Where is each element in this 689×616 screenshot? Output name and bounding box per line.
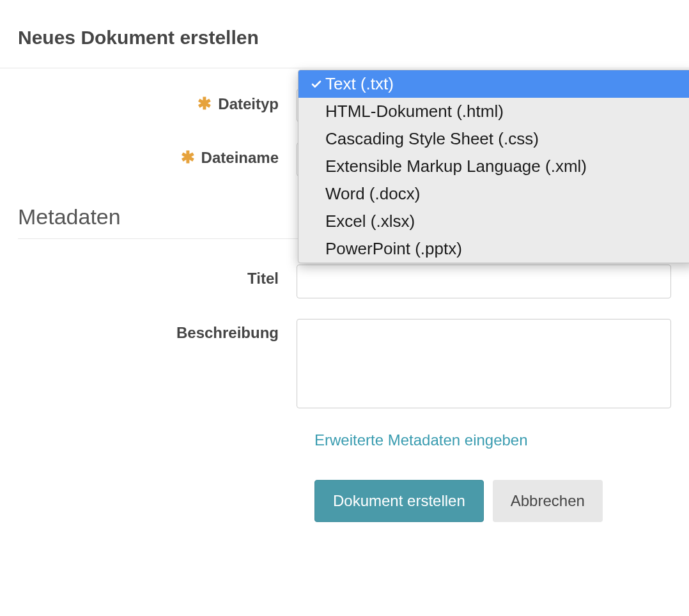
required-icon: ✱ [181, 148, 195, 167]
filetype-option-html[interactable]: HTML-Dokument (.html) [298, 98, 689, 125]
title-row: Titel [18, 265, 671, 298]
create-document-button[interactable]: Dokument erstellen [314, 480, 484, 522]
check-icon [307, 79, 325, 90]
description-label: Beschreibung [176, 324, 279, 342]
description-label-col: Beschreibung [18, 319, 297, 342]
required-icon: ✱ [197, 94, 212, 114]
filetype-label: Dateityp [218, 95, 279, 113]
title-control-col [297, 265, 671, 298]
button-row: Dokument erstellen Abbrechen [314, 480, 671, 522]
filetype-dropdown[interactable]: Text (.txt) HTML-Dokument (.html) Cascad… [298, 70, 689, 263]
title-input[interactable] [297, 265, 671, 298]
description-control-col [297, 319, 671, 411]
filetype-option-label: Excel (.xlsx) [325, 212, 415, 231]
filetype-option-pptx[interactable]: PowerPoint (.pptx) [298, 235, 689, 263]
advanced-metadata-link[interactable]: Erweiterte Metadaten eingeben [314, 431, 528, 449]
filetype-option-label: PowerPoint (.pptx) [325, 239, 462, 259]
filetype-option-label: Extensible Markup Language (.xml) [325, 157, 587, 176]
description-row: Beschreibung [18, 319, 671, 411]
title-label-col: Titel [18, 265, 297, 288]
filetype-option-label: HTML-Dokument (.html) [325, 102, 504, 121]
filetype-option-docx[interactable]: Word (.docx) [298, 180, 689, 208]
cancel-button[interactable]: Abbrechen [493, 480, 603, 522]
filename-label-col: ✱ Dateiname [18, 142, 297, 167]
filetype-option-label: Cascading Style Sheet (.css) [325, 129, 539, 149]
filetype-option-css[interactable]: Cascading Style Sheet (.css) [298, 125, 689, 153]
filetype-option-txt[interactable]: Text (.txt) [298, 70, 689, 98]
filename-label: Dateiname [201, 149, 279, 167]
advanced-metadata-row: Erweiterte Metadaten eingeben [314, 431, 671, 449]
filetype-label-col: ✱ Dateityp [18, 89, 297, 114]
form-body: ✱ Dateityp ✱ Dateiname Metadaten Titel [0, 68, 689, 548]
filetype-option-xml[interactable]: Extensible Markup Language (.xml) [298, 153, 689, 180]
filetype-option-label: Text (.txt) [325, 74, 394, 94]
description-input[interactable] [297, 319, 671, 408]
filetype-option-label: Word (.docx) [325, 184, 420, 204]
title-label: Titel [247, 270, 279, 288]
dialog-title: Neues Dokument erstellen [18, 27, 671, 49]
new-document-dialog: Neues Dokument erstellen ✱ Dateityp ✱ Da… [0, 0, 689, 548]
filetype-option-xlsx[interactable]: Excel (.xlsx) [298, 208, 689, 235]
dialog-header: Neues Dokument erstellen [0, 0, 689, 68]
